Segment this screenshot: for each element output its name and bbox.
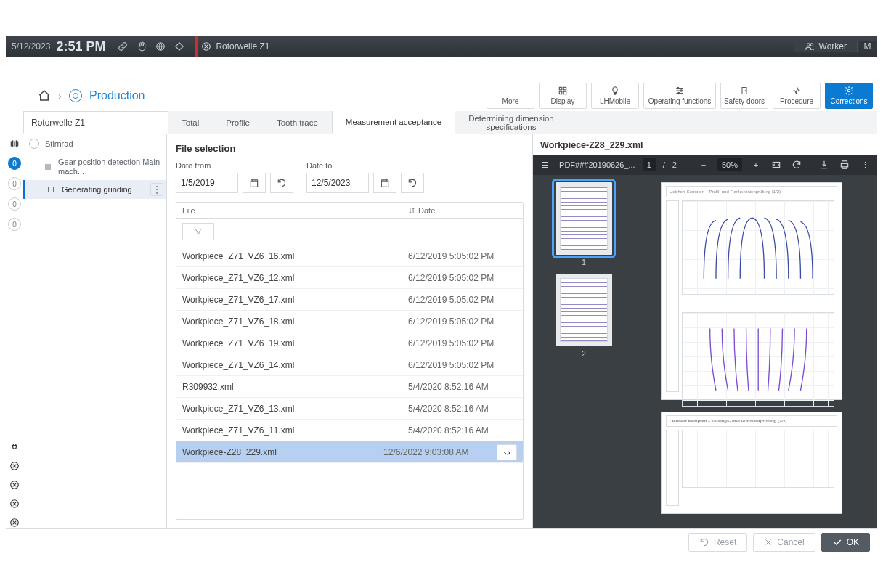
filter-button[interactable] [182,223,214,240]
rail-dot-4[interactable]: 0 [8,218,21,231]
svg-rect-11 [563,91,566,94]
pdf-thumb-2[interactable]: 2 [556,274,612,346]
cancel-circle-icon-2[interactable] [9,479,20,491]
table-row[interactable]: Workpiece_Z71_VZ6_17.xml6/12/2019 5:05:0… [176,289,523,311]
cell-date: 5/4/2020 8:52:16 AM [408,404,517,414]
procedure-button[interactable]: Procedure [773,83,821,109]
cancel-circle-icon-1[interactable] [9,460,20,472]
user-chip[interactable]: Worker [794,41,857,52]
table-row[interactable]: Workpiece_Z71_VZ6_13.xml5/4/2020 8:52:16… [176,398,523,420]
pdf-page-total: 2 [672,160,677,169]
table-row[interactable]: Workpiece-Z28_229.xml12/6/2022 9:03:08 A… [176,441,523,463]
print-icon[interactable] [838,158,851,171]
doc-title-chip[interactable]: Rotorwelle Z1 [201,41,269,52]
table-row[interactable]: Workpiece_Z71_VZ6_12.xml6/12/2019 5:05:0… [176,267,523,289]
system-top-bar: 5/12/2023 2:51 PM Rotorwelle Z1 Worker M [6,36,877,57]
cell-file: Workpiece_Z71_VZ6_14.xml [182,360,408,370]
sidebar-item-menu[interactable]: ⋮ [150,183,163,196]
zoom-out-icon[interactable]: − [697,158,710,171]
globe-icon[interactable] [155,41,166,52]
date-to-reset-button[interactable] [401,173,424,193]
pdf-thumb-strip[interactable]: 1 2 [533,175,635,528]
action-label: More [502,97,519,105]
table-row[interactable]: Workpiece_Z71_VZ6_14.xml6/12/2019 5:05:0… [176,354,523,376]
corrections-button[interactable]: Corrections [825,83,873,109]
home-icon[interactable] [38,89,51,102]
action-bar: ⋮More Display LHMobile Operating functio… [487,83,877,109]
table-row[interactable]: Workpiece_Z71_VZ6_16.xml6/12/2019 5:05:0… [176,245,523,267]
tab-dim[interactable]: Determining dimension specifications [455,111,568,134]
cancel-circle-icon-3[interactable] [9,498,20,510]
svg-rect-18 [49,187,54,192]
cell-file: Workpiece_Z71_VZ6_19.xml [182,338,408,348]
table-row[interactable]: Workpiece_Z71_VZ6_18.xml6/12/2019 5:05:0… [176,311,523,332]
tab-total[interactable]: Total [168,111,213,134]
svg-rect-19 [251,180,257,187]
pdf-page-current[interactable]: 1 [643,158,656,171]
pdf-thumb-1[interactable]: 1 [556,182,612,255]
hand-icon[interactable] [136,41,147,52]
fit-icon[interactable] [770,158,783,171]
link-icon[interactable] [117,41,129,52]
date-to-input[interactable] [306,173,369,193]
tab-meas[interactable]: Measurement acceptance [332,111,455,134]
table-row[interactable]: Workpiece_Z71_VZ6_11.xml5/4/2020 8:52:16… [176,420,523,441]
alert-indicator [195,36,198,57]
cell-date: 6/12/2019 5:05:02 PM [408,273,517,283]
ok-button[interactable]: OK [821,533,870,552]
cell-file: R309932.xml [182,382,408,392]
zoom-value[interactable]: 50% [717,158,742,171]
plug-icon[interactable] [9,441,20,453]
pdf-page-2: Liebherr Kempten – Teilungs- und Rundlau… [661,412,842,514]
sidebar-item-gearpos[interactable]: Gear position detection Main mach... [23,153,166,180]
cell-file: Workpiece_Z71_VZ6_17.xml [182,295,408,305]
rotate-icon[interactable] [790,158,803,171]
tab-tooth[interactable]: Tooth trace [264,111,332,134]
table-row[interactable]: R309932.xml5/4/2020 8:52:16 AM [176,376,523,398]
target-icon [69,89,82,102]
bulb-icon [610,86,620,96]
date-from-reset-button[interactable] [270,173,293,193]
reset-button[interactable]: Reset [688,533,747,552]
zoom-in-icon[interactable]: + [749,158,762,171]
op-functions-button[interactable]: Operating functions [643,83,716,109]
sliders-icon [674,86,685,96]
download-icon[interactable] [818,158,831,171]
date-from-input[interactable] [176,173,238,193]
apply-row-button[interactable] [497,444,517,460]
pdf-menu-icon[interactable]: ☰ [539,158,552,171]
table-row[interactable]: Workpiece_Z71_VZ6_19.xml6/12/2019 5:05:0… [176,332,523,354]
cancel-circle-icon-4[interactable] [9,517,20,528]
process-tree: StirnradGear position detection Main mac… [23,134,167,528]
col-file-header[interactable]: File [182,206,402,215]
preview-title: Workpiece-Z28_229.xml [533,134,877,155]
svg-rect-8 [559,87,562,90]
col-date-header[interactable]: Date [408,206,517,215]
svg-point-2 [807,44,810,46]
sidebar-item-stirnrad[interactable]: Stirnrad [23,134,166,153]
diamond-icon[interactable] [174,41,185,52]
cell-date: 5/4/2020 8:52:16 AM [408,382,517,392]
tab-profile[interactable]: Profile [213,111,264,134]
display-button[interactable]: Display [539,83,587,109]
date-from-picker-button[interactable] [243,173,266,193]
preview-panel: Workpiece-Z28_229.xml ☰ PDF###20190626_.… [533,134,877,528]
pdf-more-icon[interactable]: ⋮ [858,158,871,171]
rail-dot-1[interactable]: 0 [8,157,21,170]
safety-button[interactable]: Safety doors [720,83,768,109]
pdf-page-area[interactable]: Liebherr Kempten – Profil- und Flankenli… [635,175,877,528]
sidebar-item-gengrind[interactable]: Generating grinding⋮ [23,180,166,199]
user-label: Worker [819,41,847,52]
breadcrumb-current[interactable]: Production [89,89,145,102]
cell-date: 6/12/2019 5:05:02 PM [408,360,517,370]
rail-wave-icon[interactable] [9,138,20,150]
m-button[interactable]: M [857,41,877,52]
more-button[interactable]: ⋮More [487,83,534,109]
lhmobile-button[interactable]: LHMobile [591,83,639,109]
rail-dot-3[interactable]: 0 [8,197,21,211]
cell-date: 12/6/2022 9:03:08 AM [383,447,492,457]
rail-dot-2[interactable]: 0 [8,177,21,190]
svg-rect-10 [559,91,562,94]
cancel-button[interactable]: Cancel [753,533,815,552]
date-to-picker-button[interactable] [373,173,396,193]
